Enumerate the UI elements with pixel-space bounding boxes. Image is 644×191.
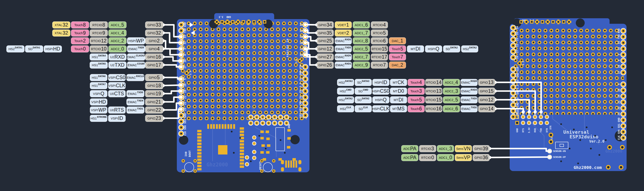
chip-suffix: 6 (383, 38, 386, 44)
chip-ADCPA: ADCPA (401, 145, 418, 152)
chip-prefix: RTCIO (373, 23, 383, 27)
chip-suffix: 7 (365, 30, 368, 36)
chip-GPIO27: GPIO27 (317, 53, 334, 60)
chip-suffix: 33 (156, 22, 161, 28)
chip-GPIO12: GPIO12 (478, 96, 495, 103)
chip-SensVN: SensVN (455, 145, 472, 152)
chip-HSPICS0: HSPICS0 (372, 88, 390, 95)
chip-EMACTXD0: EMACTXD0 (126, 90, 144, 97)
chip-EMACTXD2: EMACTXD2 (460, 105, 478, 112)
chip-suffix: 3 (455, 88, 458, 94)
chip-prefix: VDET (338, 31, 346, 35)
chip-suffix: RTS (114, 107, 124, 113)
chip-ADC15: ADC1_5 (108, 21, 126, 28)
chip-prefix: MT (392, 107, 397, 111)
chip-prefix: RTCIO (426, 98, 436, 102)
chip-suffix: 5 (400, 46, 403, 52)
chip-SDDATA2: SDDATA2 (355, 96, 372, 103)
chip-RTCIO5: RTCIO5 (371, 29, 388, 36)
chip-prefix: ADC2_ (355, 63, 365, 67)
chip-suffix: CMD (346, 88, 352, 91)
chip-suffix: 5 (383, 30, 386, 36)
chip-suffix: TXD (115, 62, 124, 68)
chip-Touch5: Touch5 (408, 96, 425, 103)
chip-Touch3: Touch3 (408, 88, 425, 95)
chip-suffix: 32 (156, 30, 161, 36)
chip-prefix: HS2 (463, 47, 469, 51)
chip-VSPIHD: VSPIHD (90, 98, 107, 105)
chip-suffix: CK (398, 80, 404, 85)
chip-suffix: 2 (83, 38, 86, 44)
chip-GPIO16: GPIO16 (145, 53, 163, 60)
chip-suffix: 26 (326, 62, 332, 68)
chip-suffix: Q (436, 46, 439, 52)
chip-suffix: 0 (121, 46, 124, 52)
chip-VSPICLK: VSPICLK (108, 82, 126, 89)
chip-prefix: ADC1_ (355, 31, 365, 35)
chip-suffix: 5 (121, 22, 124, 28)
chip-prefix: ADC2_ (111, 47, 121, 51)
chip-prefix: VSPI (108, 84, 116, 87)
chip-prefix: EMAC (336, 55, 344, 59)
chip-GPIO34: GPIO34 (317, 21, 334, 28)
chip-suffix: MS (397, 106, 405, 112)
chip-SDDATA3: SDDATA3 (355, 79, 372, 86)
chip-suffix: 17 (382, 54, 387, 60)
chip-prefix: EMAC (127, 76, 136, 79)
chip-prefix: EMAC (336, 63, 344, 67)
chip-GPIO39: GPIO39 (473, 145, 490, 152)
chip-prefix: EMAC (336, 47, 345, 51)
chip-suffix: 6 (365, 22, 368, 28)
chip-prefix: MT (393, 89, 398, 93)
chip-prefix: Sens (456, 147, 463, 151)
chip-GPIO13: GPIO13 (478, 79, 495, 86)
chip-prefix: VSPI (92, 100, 98, 104)
chip-EMACTXD3: EMACTXD3 (335, 45, 352, 52)
chip-suffix: 15 (382, 46, 387, 52)
chip-RTCIO12: RTCIO12 (90, 37, 108, 44)
chip-HS2DATA2: HS2DATA2 (461, 45, 478, 52)
chip-prefix: EMAC (128, 100, 137, 104)
chip-suffix: 10 (101, 46, 106, 52)
chip-prefix: Touch (410, 81, 419, 84)
chip-prefix: VSPI (93, 92, 100, 95)
chip-prefix: GPIO (147, 31, 155, 35)
chip-suffix: TXD3 (471, 97, 477, 100)
chip-prefix: GPIO (147, 84, 155, 87)
chip-suffix: RXD3 (471, 88, 477, 91)
esp32duino-pinout-diagram: 3.3 GND GND 3.3 ANALOG IN IO0 BOOT RESET… (0, 0, 644, 191)
chip-prefix: Touch (410, 98, 419, 102)
chip-prefix: GPIO (147, 55, 155, 59)
chip-HS2DATA2: HS2DATA2 (337, 96, 354, 103)
chip-prefix: DAC_ (392, 39, 400, 43)
chip-suffix: DATA2 (450, 46, 458, 49)
chip-ADC17: ADC1_7 (353, 29, 370, 36)
chip-suffix: DI (398, 97, 404, 103)
chip-XTAL32: XTAL32 (52, 29, 70, 36)
chip-suffix: HD (99, 99, 106, 105)
chip-prefix: HS2 (340, 107, 346, 111)
chip-SDCLK: SDCLK (355, 105, 372, 112)
chip-suffix: DI (416, 46, 420, 52)
chip-suffix: 0 (431, 155, 434, 161)
chip-HS1DATA7: HS1DATA7 (90, 82, 107, 89)
chip-ADC10: ADC1_0 (437, 154, 454, 161)
chip-GPIO17: GPIO17 (145, 61, 163, 69)
chip-RTCIO0: RTCIO0 (419, 154, 436, 161)
chip-RTCIO16: RTCIO16 (425, 105, 442, 112)
chip-prefix: HS1 (92, 84, 98, 87)
chip-EMACRXD1: EMACRXD1 (335, 61, 352, 69)
chip-prefix: EMAC (126, 55, 136, 59)
chip-prefix: RTCIO (421, 147, 431, 151)
chip-prefix: HSPI (372, 107, 380, 111)
chip-prefix: RTCIO (91, 47, 101, 51)
chip-suffix: 0 (83, 46, 86, 52)
chip-ADC25: ADC2_5 (353, 45, 370, 52)
chip-suffix: HD (53, 46, 60, 52)
chip-suffix: 15 (488, 88, 494, 94)
chip-prefix: MT (393, 81, 398, 84)
chip-suffix: 6 (419, 106, 422, 112)
chip-suffix: CLK (116, 83, 126, 88)
chip-prefix: GPIO (474, 156, 482, 159)
chip-prefix: EMAC (462, 98, 470, 102)
